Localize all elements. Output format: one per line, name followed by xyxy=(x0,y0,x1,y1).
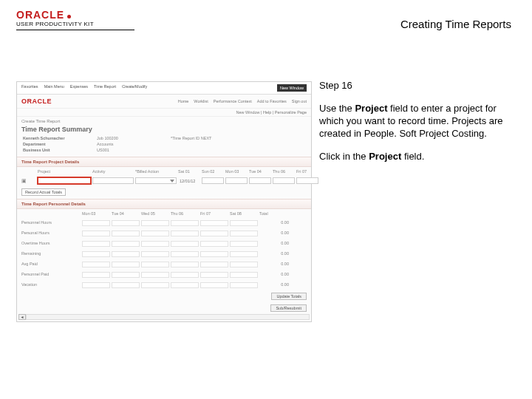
col-day4: Tue 04 xyxy=(249,169,271,174)
crumb-main[interactable]: Main Menu xyxy=(44,84,64,92)
summary-kv: Kenneth Schumacher Job 100200 *Time Repo… xyxy=(17,136,311,157)
nav-addfav[interactable]: Add to Favorites xyxy=(257,99,287,103)
kv-trid: *Time Report ID NEXT xyxy=(171,136,305,140)
crumb-timereport[interactable]: Time Report xyxy=(94,84,116,92)
oracle-dot-icon xyxy=(67,15,71,18)
page-title: Creating Time Reports xyxy=(400,18,511,30)
nav-signout[interactable]: Sign out xyxy=(292,99,307,103)
detail-column-header: Project Activity *Billed Action Sat 01 S… xyxy=(17,167,311,176)
summary-row: Remaining0.00 xyxy=(17,249,311,259)
submit-button[interactable]: Sub/Resubmit xyxy=(270,304,307,312)
summary-row: Personnel Paid0.00 xyxy=(17,270,311,280)
oracle-logo-block: ORACLE xyxy=(16,9,71,21)
crumb-expenses[interactable]: Expenses xyxy=(70,84,88,92)
summary-row: Personnel Hours0.00 xyxy=(17,218,311,228)
nav-worklist[interactable]: Worklist xyxy=(194,99,208,103)
instruction-paragraph-2: Click in the Project field. xyxy=(319,151,517,163)
summary-row: Avg Paid0.00 xyxy=(17,259,311,270)
activity-field[interactable] xyxy=(92,177,134,184)
summary-row: Vacation0.00 xyxy=(17,280,311,290)
section-project-details: Time Report Project Details xyxy=(17,157,311,167)
kv-name: Kenneth Schumacher xyxy=(23,136,89,140)
new-window-button[interactable]: New Window xyxy=(277,84,307,92)
col-project: Project xyxy=(38,169,91,174)
record-totals-button[interactable]: Record Actual Totals xyxy=(21,188,66,196)
scroll-track[interactable] xyxy=(26,314,310,320)
page-breadcrumb: Create Time Report xyxy=(17,117,311,126)
upk-subtitle: USER PRODUCTIVITY KIT xyxy=(16,21,94,27)
section-personnel-details: Time Report Personnel Details xyxy=(17,199,311,209)
col-day5: Thu 06 xyxy=(273,169,295,174)
hours-cell[interactable] xyxy=(225,177,248,184)
kv-bu-v: US001 xyxy=(97,148,163,152)
detail-input-row: ▣ 12/01/12 xyxy=(17,176,311,185)
col-billed: *Billed Action xyxy=(135,169,177,174)
summary-row: Personal Hours0.00 xyxy=(17,228,311,239)
oracle-wordmark: ORACLE xyxy=(16,9,64,21)
nav-home[interactable]: Home xyxy=(178,99,189,103)
hours-cell[interactable] xyxy=(296,177,318,184)
crumb-favorites[interactable]: Favorites xyxy=(21,84,38,92)
kv-bu-l: Business Unit xyxy=(23,148,89,152)
embedded-screenshot: Favorites Main Menu Expenses Time Report… xyxy=(16,81,312,322)
panel-heading: Time Report Summary xyxy=(17,126,311,136)
scroll-left-icon[interactable]: ◄ xyxy=(18,314,26,320)
hours-cell[interactable] xyxy=(273,177,295,184)
horizontal-scrollbar[interactable]: ◄ xyxy=(17,314,311,321)
billed-action-select[interactable] xyxy=(135,177,177,184)
crumb-create[interactable]: Create/Modify xyxy=(122,84,147,92)
instruction-pane: Step 16 Use the Project field to enter a… xyxy=(319,80,517,173)
instruction-paragraph-1: Use the Project field to enter a project… xyxy=(319,103,517,140)
col-day3: Mon 03 xyxy=(225,169,248,174)
nav-perfcontext[interactable]: Performance Context xyxy=(214,99,252,103)
kv-job: Job 100200 xyxy=(97,136,163,140)
header-divider xyxy=(16,30,134,30)
project-field[interactable] xyxy=(38,177,91,184)
summary-header-row: Mon 03 Tue 04 Wed 05 Thu 06 Fri 07 Sat 0… xyxy=(17,209,311,218)
oracle-mini-logo: ORACLE xyxy=(21,98,52,105)
kv-dept-l: Department xyxy=(23,142,89,146)
hours-cell[interactable] xyxy=(202,177,224,184)
footer-buttons: Update Totals xyxy=(17,290,311,302)
row-expand-icon[interactable]: ▣ xyxy=(21,178,36,184)
hours-cell[interactable] xyxy=(249,177,271,184)
col-day1: Sat 01 xyxy=(178,169,200,174)
col-day6: Fri 07 xyxy=(296,169,318,174)
col-day2: Sun 02 xyxy=(202,169,224,174)
favorites-breadcrumb: Favorites Main Menu Expenses Time Report… xyxy=(17,82,311,95)
update-totals-button[interactable]: Update Totals xyxy=(271,293,307,300)
summary-row: Overtime Hours0.00 xyxy=(17,239,311,249)
brand-nav-row: ORACLE Home Worklist Performance Context… xyxy=(17,95,311,109)
navlinks: Home Worklist Performance Context Add to… xyxy=(178,99,307,103)
toolbar-links[interactable]: New Window | Help | Personalize Page xyxy=(17,109,311,117)
step-number: Step 16 xyxy=(319,80,517,92)
col-activity: Activity xyxy=(92,169,134,174)
footer-buttons-2: Sub/Resubmit xyxy=(17,302,311,314)
kv-dept-v: Accounts xyxy=(97,142,163,146)
date-cell: 12/01/12 xyxy=(178,179,200,183)
